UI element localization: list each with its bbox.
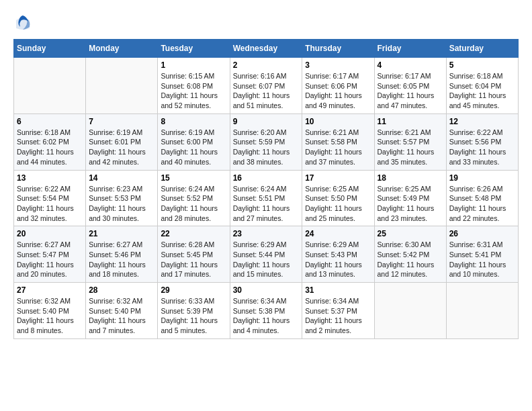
cell-content: Sunrise: 6:30 AMSunset: 5:42 PMDaylight:… (378, 240, 443, 279)
cell-content: Sunrise: 6:34 AMSunset: 5:37 PMDaylight:… (305, 296, 371, 336)
calendar-cell: 10Sunrise: 6:21 AMSunset: 5:58 PMDayligh… (302, 113, 374, 170)
calendar-cell: 18Sunrise: 6:25 AMSunset: 5:49 PMDayligh… (374, 170, 446, 226)
header-saturday: Saturday (446, 40, 518, 58)
cell-content: Sunrise: 6:32 AMSunset: 5:40 PMDaylight:… (17, 296, 83, 336)
calendar-cell: 3Sunrise: 6:17 AMSunset: 6:06 PMDaylight… (302, 58, 374, 114)
header-thursday: Thursday (302, 40, 374, 58)
day-number: 21 (89, 229, 154, 238)
day-number: 18 (378, 173, 443, 183)
day-number: 4 (378, 60, 443, 70)
calendar-header-row: SundayMondayTuesdayWednesdayThursdayFrid… (14, 40, 519, 58)
day-number: 24 (305, 229, 371, 238)
cell-content: Sunrise: 6:21 AMSunset: 5:58 PMDaylight:… (305, 128, 371, 167)
day-number: 22 (161, 229, 226, 238)
calendar-body: 1Sunrise: 6:15 AMSunset: 6:08 PMDaylight… (14, 58, 519, 339)
cell-content: Sunrise: 6:19 AMSunset: 6:01 PMDaylight:… (89, 128, 154, 167)
calendar-cell: 6Sunrise: 6:18 AMSunset: 6:02 PMDaylight… (14, 113, 86, 170)
calendar-cell: 20Sunrise: 6:27 AMSunset: 5:47 PMDayligh… (14, 226, 86, 283)
calendar-week-2: 6Sunrise: 6:18 AMSunset: 6:02 PMDaylight… (14, 113, 519, 170)
header-wednesday: Wednesday (230, 40, 302, 58)
calendar-cell: 2Sunrise: 6:16 AMSunset: 6:07 PMDaylight… (230, 58, 302, 114)
calendar-week-4: 20Sunrise: 6:27 AMSunset: 5:47 PMDayligh… (14, 226, 519, 283)
calendar-cell: 21Sunrise: 6:27 AMSunset: 5:46 PMDayligh… (86, 226, 158, 283)
day-number: 13 (17, 173, 83, 183)
day-number: 27 (17, 285, 83, 295)
day-number: 29 (161, 285, 226, 295)
calendar-cell: 13Sunrise: 6:22 AMSunset: 5:54 PMDayligh… (14, 170, 86, 226)
calendar-cell (14, 58, 86, 114)
calendar-cell: 7Sunrise: 6:19 AMSunset: 6:01 PMDaylight… (86, 113, 158, 170)
header-tuesday: Tuesday (158, 40, 230, 58)
day-number: 9 (233, 117, 300, 126)
cell-content: Sunrise: 6:34 AMSunset: 5:38 PMDaylight:… (233, 296, 300, 336)
cell-content: Sunrise: 6:27 AMSunset: 5:46 PMDaylight:… (89, 240, 154, 279)
calendar-cell (446, 283, 518, 339)
cell-content: Sunrise: 6:29 AMSunset: 5:44 PMDaylight:… (233, 240, 300, 279)
cell-content: Sunrise: 6:24 AMSunset: 5:52 PMDaylight:… (161, 184, 226, 224)
day-number: 8 (161, 117, 226, 126)
calendar-week-5: 27Sunrise: 6:32 AMSunset: 5:40 PMDayligh… (14, 283, 519, 339)
day-number: 11 (378, 117, 443, 126)
day-number: 15 (161, 173, 226, 183)
calendar-cell: 22Sunrise: 6:28 AMSunset: 5:45 PMDayligh… (158, 226, 230, 283)
calendar-cell: 19Sunrise: 6:26 AMSunset: 5:48 PMDayligh… (446, 170, 518, 226)
calendar-cell: 12Sunrise: 6:22 AMSunset: 5:56 PMDayligh… (446, 113, 518, 170)
calendar-week-3: 13Sunrise: 6:22 AMSunset: 5:54 PMDayligh… (14, 170, 519, 226)
day-number: 16 (233, 173, 300, 183)
cell-content: Sunrise: 6:33 AMSunset: 5:39 PMDaylight:… (161, 296, 226, 336)
day-number: 20 (17, 229, 83, 238)
calendar-cell: 17Sunrise: 6:25 AMSunset: 5:50 PMDayligh… (302, 170, 374, 226)
calendar-cell: 14Sunrise: 6:23 AMSunset: 5:53 PMDayligh… (86, 170, 158, 226)
cell-content: Sunrise: 6:20 AMSunset: 5:59 PMDaylight:… (233, 128, 300, 167)
cell-content: Sunrise: 6:19 AMSunset: 6:00 PMDaylight:… (161, 128, 226, 167)
cell-content: Sunrise: 6:21 AMSunset: 5:57 PMDaylight:… (378, 128, 443, 167)
cell-content: Sunrise: 6:29 AMSunset: 5:43 PMDaylight:… (305, 240, 371, 279)
calendar-cell: 8Sunrise: 6:19 AMSunset: 6:00 PMDaylight… (158, 113, 230, 170)
header-friday: Friday (374, 40, 446, 58)
day-number: 7 (89, 117, 154, 126)
day-number: 12 (449, 117, 515, 126)
cell-content: Sunrise: 6:23 AMSunset: 5:53 PMDaylight:… (89, 184, 154, 224)
calendar-cell: 1Sunrise: 6:15 AMSunset: 6:08 PMDaylight… (158, 58, 230, 114)
cell-content: Sunrise: 6:17 AMSunset: 6:06 PMDaylight:… (305, 71, 371, 111)
calendar-table: SundayMondayTuesdayWednesdayThursdayFrid… (13, 39, 519, 339)
header-sunday: Sunday (14, 40, 86, 58)
cell-content: Sunrise: 6:22 AMSunset: 5:54 PMDaylight:… (17, 184, 83, 224)
cell-content: Sunrise: 6:22 AMSunset: 5:56 PMDaylight:… (449, 128, 515, 167)
calendar-cell: 4Sunrise: 6:17 AMSunset: 6:05 PMDaylight… (374, 58, 446, 114)
day-number: 30 (233, 285, 300, 295)
cell-content: Sunrise: 6:25 AMSunset: 5:50 PMDaylight:… (305, 184, 371, 224)
cell-content: Sunrise: 6:26 AMSunset: 5:48 PMDaylight:… (449, 184, 515, 224)
day-number: 26 (449, 229, 515, 238)
cell-content: Sunrise: 6:16 AMSunset: 6:07 PMDaylight:… (233, 71, 300, 111)
day-number: 19 (449, 173, 515, 183)
calendar-cell: 28Sunrise: 6:32 AMSunset: 5:40 PMDayligh… (86, 283, 158, 339)
day-number: 10 (305, 117, 371, 126)
day-number: 31 (305, 285, 371, 295)
calendar-cell: 24Sunrise: 6:29 AMSunset: 5:43 PMDayligh… (302, 226, 374, 283)
calendar-cell: 29Sunrise: 6:33 AMSunset: 5:39 PMDayligh… (158, 283, 230, 339)
calendar-cell: 23Sunrise: 6:29 AMSunset: 5:44 PMDayligh… (230, 226, 302, 283)
logo-icon (13, 13, 32, 32)
day-number: 1 (161, 60, 226, 70)
calendar-week-1: 1Sunrise: 6:15 AMSunset: 6:08 PMDaylight… (14, 58, 519, 114)
day-number: 17 (305, 173, 371, 183)
cell-content: Sunrise: 6:31 AMSunset: 5:41 PMDaylight:… (449, 240, 515, 279)
cell-content: Sunrise: 6:32 AMSunset: 5:40 PMDaylight:… (89, 296, 154, 336)
calendar-cell: 15Sunrise: 6:24 AMSunset: 5:52 PMDayligh… (158, 170, 230, 226)
calendar-cell (374, 283, 446, 339)
day-number: 6 (17, 117, 83, 126)
header-monday: Monday (86, 40, 158, 58)
cell-content: Sunrise: 6:25 AMSunset: 5:49 PMDaylight:… (378, 184, 443, 224)
day-number: 25 (378, 229, 443, 238)
calendar-cell: 30Sunrise: 6:34 AMSunset: 5:38 PMDayligh… (230, 283, 302, 339)
cell-content: Sunrise: 6:27 AMSunset: 5:47 PMDaylight:… (17, 240, 83, 279)
cell-content: Sunrise: 6:28 AMSunset: 5:45 PMDaylight:… (161, 240, 226, 279)
day-number: 14 (89, 173, 154, 183)
calendar-cell: 5Sunrise: 6:18 AMSunset: 6:04 PMDaylight… (446, 58, 518, 114)
day-number: 23 (233, 229, 300, 238)
cell-content: Sunrise: 6:18 AMSunset: 6:02 PMDaylight:… (17, 128, 83, 167)
calendar-cell (86, 58, 158, 114)
calendar-cell: 26Sunrise: 6:31 AMSunset: 5:41 PMDayligh… (446, 226, 518, 283)
calendar-cell: 27Sunrise: 6:32 AMSunset: 5:40 PMDayligh… (14, 283, 86, 339)
